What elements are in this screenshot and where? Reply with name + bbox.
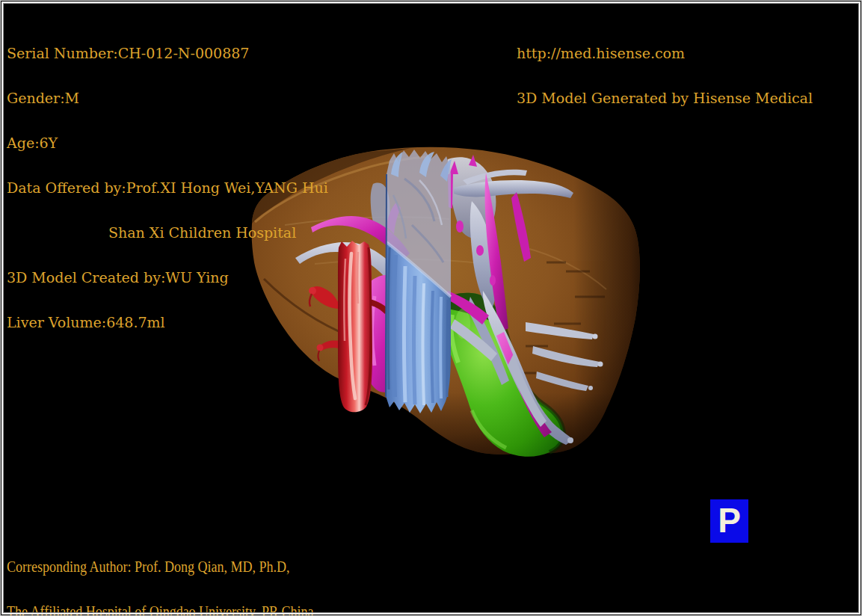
serial-number: Serial Number:CH-012-N-000887 xyxy=(7,46,328,61)
vendor-url: http://med.hisense.com xyxy=(517,46,813,61)
inferior-vena-cava xyxy=(385,150,452,413)
patient-info-block: Serial Number:CH-012-N-000887 Gender:M A… xyxy=(7,16,328,360)
gender: Gender:M xyxy=(7,90,328,105)
hospital-name: Shan Xi Children Hospital xyxy=(7,225,328,240)
footer-credits-block: Corresponding Author: Prof. Dong Qian, M… xyxy=(7,529,494,616)
liver-volume: Liver Volume:648.7ml xyxy=(7,315,328,330)
corresponding-author: Corresponding Author: Prof. Dong Qian, M… xyxy=(7,559,494,574)
branding-block: http://med.hisense.com 3D Model Generate… xyxy=(517,16,813,135)
data-offered-by: Data Offered by:Prof.XI Hong Wei,YANG Hu… xyxy=(7,180,328,195)
vendor-credit: 3D Model Generated by Hisense Medical xyxy=(517,90,813,105)
model-created-by: 3D Model Created by:WU Ying xyxy=(7,270,328,285)
orientation-marker-posterior[interactable]: P xyxy=(710,499,748,543)
author-affiliation: The Affiliated Hospital of Qingdao Unive… xyxy=(7,604,494,616)
age: Age:6Y xyxy=(7,135,328,150)
viewer-window: Serial Number:CH-012-N-000887 Gender:M A… xyxy=(0,0,862,616)
